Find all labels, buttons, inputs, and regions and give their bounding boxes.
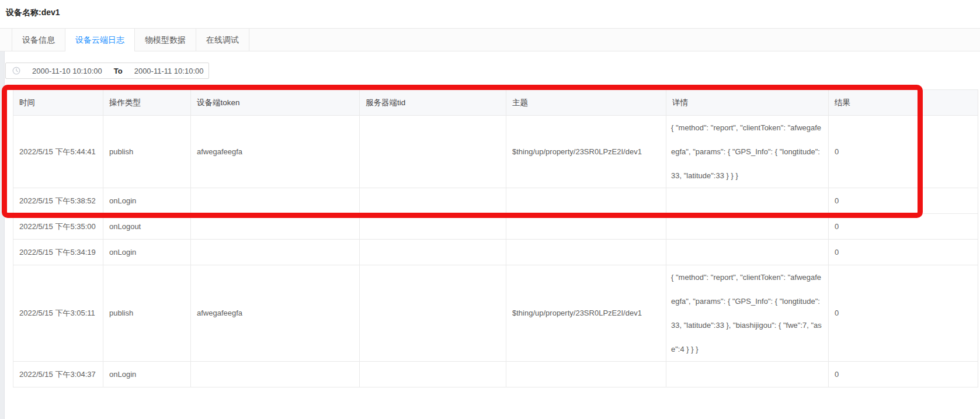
cell-op-type: onLogin bbox=[103, 240, 191, 265]
cell-op-type: onLogout bbox=[103, 214, 191, 240]
table-row: 2022/5/15 下午5:35:00 onLogout 0 bbox=[13, 214, 978, 240]
cell-time: 2022/5/15 下午5:34:19 bbox=[13, 240, 103, 265]
table-row: 2022/5/15 下午5:34:19 onLogin 0 bbox=[13, 240, 978, 265]
date-range-separator: To bbox=[114, 67, 123, 75]
column-header-op-type: 操作类型 bbox=[103, 90, 191, 116]
tab-device-info[interactable]: 设备信息 bbox=[12, 29, 65, 51]
tab-online-debug[interactable]: 在线调试 bbox=[196, 29, 249, 51]
cell-detail bbox=[666, 362, 829, 387]
column-header-time: 时间 bbox=[13, 90, 103, 116]
cell-token bbox=[191, 188, 360, 214]
cell-time: 2022/5/15 下午5:38:52 bbox=[13, 188, 103, 214]
cell-op-type: onLogin bbox=[103, 188, 191, 214]
cell-topic bbox=[506, 214, 666, 240]
cell-detail: { "method": "report", "clientToken": "af… bbox=[666, 265, 829, 362]
cell-detail bbox=[666, 188, 829, 214]
date-range-picker[interactable]: 2000-11-10 10:10:00 To 2000-11-11 10:10:… bbox=[5, 63, 209, 79]
column-header-device-token: 设备端token bbox=[191, 90, 360, 116]
tab-device-cloud-log[interactable]: 设备云端日志 bbox=[65, 29, 135, 51]
date-range-end[interactable]: 2000-11-11 10:10:00 bbox=[134, 67, 204, 75]
page-title: 设备名称:dev1 bbox=[6, 8, 60, 18]
cell-time: 2022/5/15 下午5:44:41 bbox=[13, 116, 103, 188]
cell-detail bbox=[666, 240, 829, 265]
cell-token: afwegafeegfa bbox=[191, 116, 360, 188]
cell-topic bbox=[506, 240, 666, 265]
column-header-topic: 主题 bbox=[506, 90, 666, 116]
cell-op-type: publish bbox=[103, 116, 191, 188]
cell-tid bbox=[360, 265, 506, 362]
cell-token: afwegafeegfa bbox=[191, 265, 360, 362]
cell-time: 2022/5/15 下午3:04:37 bbox=[13, 362, 103, 387]
cell-topic: $thing/up/property/23SR0LPzE2I/dev1 bbox=[506, 265, 666, 362]
cell-token bbox=[191, 362, 360, 387]
cell-result: 0 bbox=[829, 214, 978, 240]
collapsed-sidebar-strip bbox=[0, 28, 5, 419]
clock-icon bbox=[12, 67, 20, 75]
cell-detail bbox=[666, 214, 829, 240]
table-row: 2022/5/15 下午3:05:11 publish afwegafeegfa… bbox=[13, 265, 978, 362]
cell-tid bbox=[360, 214, 506, 240]
cell-tid bbox=[360, 116, 506, 188]
cell-result: 0 bbox=[829, 116, 978, 188]
cell-tid bbox=[360, 240, 506, 265]
column-header-detail: 详情 bbox=[666, 90, 829, 116]
column-header-server-tid: 服务器端tid bbox=[360, 90, 506, 116]
table-row: 2022/5/15 下午5:44:41 publish afwegafeegfa… bbox=[13, 116, 978, 188]
cell-result: 0 bbox=[829, 265, 978, 362]
tab-bar: 设备信息 设备云端日志 物模型数据 在线调试 bbox=[0, 28, 980, 51]
table-header-row: 时间 操作类型 设备端token 服务器端tid 主题 详情 结果 bbox=[13, 90, 978, 116]
cell-result: 0 bbox=[829, 240, 978, 265]
column-header-result: 结果 bbox=[829, 90, 978, 116]
cell-token bbox=[191, 240, 360, 265]
cell-topic bbox=[506, 188, 666, 214]
table-row: 2022/5/15 下午3:04:37 onLogin 0 bbox=[13, 362, 978, 387]
cell-tid bbox=[360, 188, 506, 214]
cell-topic bbox=[506, 362, 666, 387]
cell-detail: { "method": "report", "clientToken": "af… bbox=[666, 116, 829, 188]
date-range-start[interactable]: 2000-11-10 10:10:00 bbox=[32, 67, 102, 75]
cell-topic: $thing/up/property/23SR0LPzE2I/dev1 bbox=[506, 116, 666, 188]
cell-tid bbox=[360, 362, 506, 387]
cell-token bbox=[191, 214, 360, 240]
tab-thing-model-data[interactable]: 物模型数据 bbox=[135, 29, 196, 51]
cell-result: 0 bbox=[829, 188, 978, 214]
cell-time: 2022/5/15 下午3:05:11 bbox=[13, 265, 103, 362]
cell-result: 0 bbox=[829, 362, 978, 387]
cell-time: 2022/5/15 下午5:35:00 bbox=[13, 214, 103, 240]
cell-op-type: publish bbox=[103, 265, 191, 362]
device-log-table: 时间 操作类型 设备端token 服务器端tid 主题 详情 结果 2022/5… bbox=[13, 89, 978, 387]
table-row: 2022/5/15 下午5:38:52 onLogin 0 bbox=[13, 188, 978, 214]
cell-op-type: onLogin bbox=[103, 362, 191, 387]
